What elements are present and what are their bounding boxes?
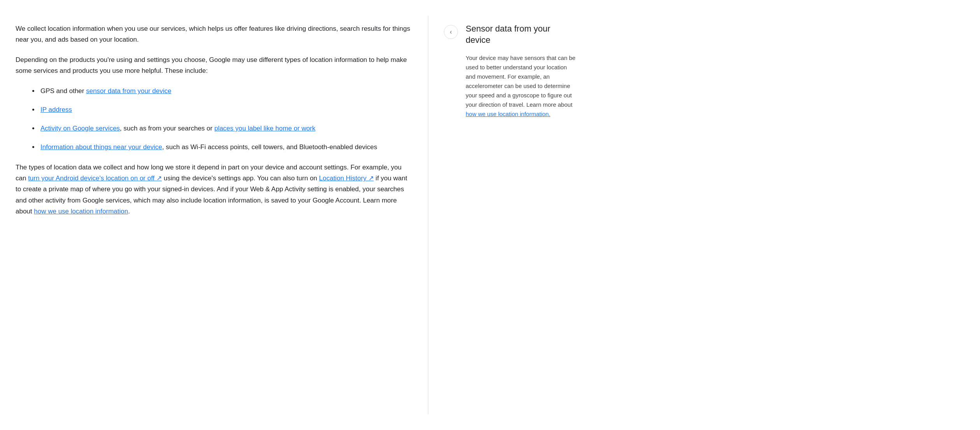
sidebar-location-info-link[interactable]: how we use location information. bbox=[466, 111, 550, 117]
paragraph-1: We collect location information when you… bbox=[16, 23, 412, 45]
location-info-link[interactable]: how we use location information bbox=[34, 208, 128, 215]
sidebar-content: Sensor data from your device Your device… bbox=[466, 23, 576, 119]
para3-period: . bbox=[128, 208, 130, 215]
bullet-list: GPS and other sensor data from your devi… bbox=[39, 86, 412, 153]
location-history-link[interactable]: Location History ↗ bbox=[319, 174, 374, 182]
chevron-left-icon: ‹ bbox=[450, 28, 452, 35]
list-item-nearby: Information about things near your devic… bbox=[39, 142, 412, 153]
paragraph-3: The types of location data we collect an… bbox=[16, 162, 412, 217]
places-label-link[interactable]: places you label like home or work bbox=[214, 125, 316, 132]
nearby-device-link[interactable]: Information about things near your devic… bbox=[40, 143, 162, 151]
android-location-link[interactable]: turn your Android device's location on o… bbox=[28, 174, 162, 182]
sidebar-title: Sensor data from your device bbox=[466, 23, 576, 46]
paragraph-2: Depending on the products you're using a… bbox=[16, 55, 412, 76]
sidebar-panel: ‹ Sensor data from your device Your devi… bbox=[428, 16, 592, 414]
ip-address-link[interactable]: IP address bbox=[40, 106, 72, 113]
sensor-data-link[interactable]: sensor data from your device bbox=[86, 87, 171, 95]
sidebar-body-text: Your device may have sensors that can be… bbox=[466, 55, 575, 108]
sidebar-toggle-button[interactable]: ‹ bbox=[444, 25, 458, 39]
sidebar-body: Your device may have sensors that can be… bbox=[466, 53, 576, 119]
list-item-ip: IP address bbox=[39, 104, 412, 115]
bullet-text-after-4: , such as Wi-Fi access points, cell towe… bbox=[162, 143, 377, 151]
list-item-activity: Activity on Google services, such as fro… bbox=[39, 123, 412, 134]
para3-text-2: using the device's settings app. You can… bbox=[162, 174, 319, 182]
bullet-text-mid-3: , such as from your searches or bbox=[120, 125, 214, 132]
main-content: We collect location information when you… bbox=[0, 16, 428, 414]
activity-google-link[interactable]: Activity on Google services bbox=[40, 125, 120, 132]
page-container: We collect location information when you… bbox=[0, 0, 980, 430]
bullet-text-before-1: GPS and other bbox=[40, 87, 86, 95]
list-item-gps: GPS and other sensor data from your devi… bbox=[39, 86, 412, 97]
